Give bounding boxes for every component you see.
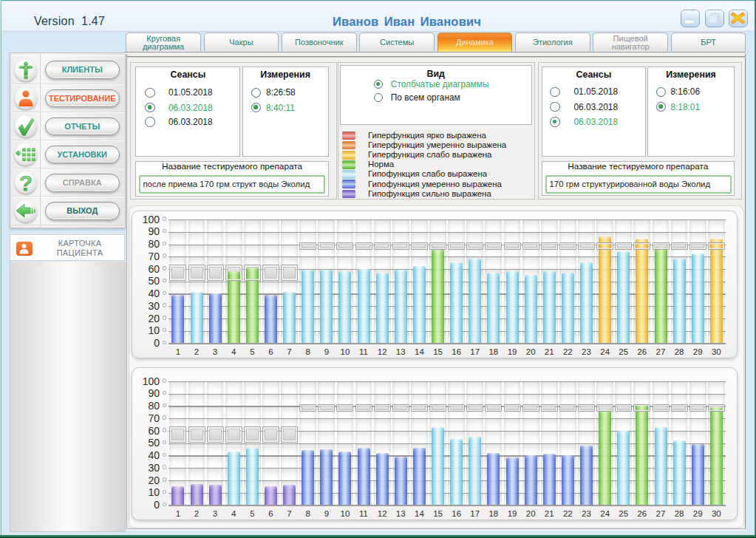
svg-text:?: ? [19, 173, 33, 194]
